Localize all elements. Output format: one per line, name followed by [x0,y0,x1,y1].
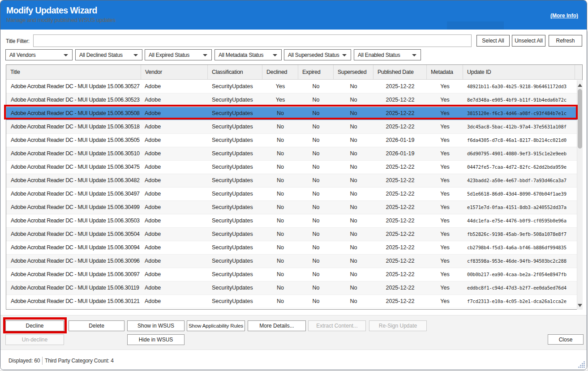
cell-update-id: f7cd2313-e10a-4c05-b2e1-dca26a1cca2e [463,295,575,308]
table-row[interactable]: Adobe Acrobat Reader DC - MUI Update 15.… [6,134,577,147]
scroll-down-icon[interactable] [578,304,582,307]
delete-button[interactable]: Delete [69,320,124,331]
cell-update-id: 00b0b217-ea90-4caa-be2a-2f054e8947fb [463,268,575,281]
cell-published-date: 2025-12-22 [373,161,427,174]
cell-superseded: No [334,188,373,200]
vertical-scrollbar[interactable] [577,80,583,310]
show-in-wsus-button[interactable]: Show in WSUS [127,320,185,331]
chevron-down-icon [273,54,277,56]
filter-dropdown-all-vendors[interactable]: All Vendors [5,49,73,60]
column-header-vendor[interactable]: Vendor [141,65,208,79]
cell-expired: No [298,228,334,241]
table-row[interactable]: Adobe Acrobat Reader DC - MUI Update 15.… [6,201,577,214]
column-header-superseded[interactable]: Superseded [334,65,373,79]
close-button[interactable]: Close [548,334,584,345]
filter-dropdown-all-expired-status[interactable]: All Expired Status [145,49,212,60]
resize-grip-icon[interactable] [578,361,585,368]
cell-update-id: 423badd2-a50e-4e67-bbdf-7a93d46ca3a7 [463,174,575,187]
table-row[interactable]: Adobe Acrobat Reader DC - MUI Update 15.… [6,107,577,120]
cell-published-date: 2025-12-22 [373,80,427,93]
table-row[interactable]: Adobe Acrobat Reader DC - MUI Update 15.… [6,120,577,134]
column-header-metadata[interactable]: Metadata [427,65,463,79]
chevron-down-icon [412,54,416,56]
table-row[interactable]: Adobe Acrobat Reader DC - MUI Update 15.… [6,80,577,94]
table-row[interactable]: Adobe Acrobat Reader DC - MUI Update 15.… [6,281,577,295]
cell-title: Adobe Acrobat Reader DC - MUI Update 15.… [6,80,141,93]
cell-superseded: No [334,241,373,254]
filter-dropdown-all-superseded-status[interactable]: All Superseded Status [284,49,351,60]
cell-declined: No [262,281,298,294]
filter-dropdown-all-metadata-status[interactable]: All Metadata Status [215,49,282,60]
table-row[interactable]: Adobe Acrobat Reader DC - MUI Update 15.… [6,268,577,281]
decline-button[interactable]: Decline [5,320,64,331]
cell-superseded: No [334,295,373,308]
updates-table-body: Adobe Acrobat Reader DC - MUI Update 15.… [6,80,582,310]
cell-declined: No [262,255,298,268]
column-header-declined[interactable]: Declined [262,65,298,79]
cell-classification: SecurityUpdates [208,94,262,107]
cell-superseded: No [334,255,373,268]
more-details-button[interactable]: More Details... [248,320,306,331]
scroll-up-icon[interactable] [578,84,582,87]
table-row[interactable]: Adobe Acrobat Reader DC - MUI Update 15.… [6,214,577,228]
scrollbar-thumb[interactable] [578,89,582,149]
table-row[interactable]: Adobe Acrobat Reader DC - MUI Update 15.… [6,241,577,255]
extract-content-button: Extract Content... [308,320,366,331]
cell-title: Adobe Acrobat Reader DC - MUI Update 15.… [6,107,141,120]
refresh-button[interactable]: Refresh [549,35,582,47]
table-row[interactable]: Adobe Acrobat Reader DC - MUI Update 15.… [6,228,577,241]
more-info-link[interactable]: (More Info) [550,13,578,19]
cell-classification: SecurityUpdates [208,147,262,160]
hide-in-wsus-button[interactable]: Hide in WSUS [127,334,185,345]
table-row[interactable]: Adobe Acrobat Reader DC - MUI Update 15.… [6,94,577,107]
unselect-all-button[interactable]: Unselect All [512,35,545,47]
cell-metadata: Yes [427,281,463,294]
cell-published-date: 2025-12-22 [373,174,427,187]
cell-vendor: Adobe [141,147,208,160]
cell-published-date: 2025-12-22 [373,268,427,281]
cell-metadata: Yes [427,255,463,268]
table-row[interactable]: Adobe Acrobat Reader DC - MUI Update 15.… [6,147,577,161]
column-header-published-date[interactable]: Published Date [373,65,427,79]
cell-superseded: No [334,147,373,160]
cell-update-id: f6da4305-d7c8-46a1-8217-8b214cc021d0 [463,134,575,147]
title-filter-label: Title Filter: [6,38,30,44]
cell-metadata: Yes [427,107,463,120]
table-row[interactable]: Adobe Acrobat Reader DC - MUI Update 15.… [6,174,577,188]
cell-metadata: Yes [427,80,463,93]
cell-vendor: Adobe [141,228,208,241]
cell-expired: No [298,134,334,147]
title-filter-input[interactable] [33,34,472,47]
table-row[interactable]: Adobe Acrobat Reader DC - MUI Update 15.… [6,255,577,268]
cell-superseded: No [334,281,373,294]
table-row[interactable]: Adobe Acrobat Reader DC - MUI Update 15.… [6,295,577,308]
cell-published-date: 2026-01-19 [373,134,427,147]
cell-superseded: No [334,161,373,174]
cell-update-id: 44dc1efa-e75e-4476-b0f9-cf0595b0e96a [463,214,575,227]
cell-expired: No [298,255,334,268]
cell-published-date: 2026-01-19 [373,147,427,160]
column-header-expired[interactable]: Expired [298,65,334,79]
column-header-update-id[interactable]: Update ID [463,65,575,79]
filter-dropdown-all-enabled-status[interactable]: All Enabled Status [354,49,421,60]
cell-published-date: 2025-12-22 [373,201,427,214]
cell-expired: No [298,241,334,254]
cell-title: Adobe Acrobat Reader DC - MUI Update 15.… [6,295,141,308]
cell-declined: No [262,134,298,147]
filter-dropdown-all-declined-status[interactable]: All Declined Status [75,49,142,60]
cell-title: Adobe Acrobat Reader DC - MUI Update 15.… [6,161,141,174]
table-row[interactable]: Adobe Acrobat Reader DC - MUI Update 15.… [6,161,577,174]
status-separator [42,357,43,365]
select-all-button[interactable]: Select All [476,35,510,47]
chevron-down-icon [203,54,207,56]
column-header-classification[interactable]: Classification [208,65,262,79]
column-header-title[interactable]: Title [6,65,141,79]
cell-update-id: 3dc45ac8-5bac-412b-97a4-37e5631a108f [463,120,575,133]
show-applicability-rules-button[interactable]: Show Applicability Rules [187,320,245,331]
updates-table: TitleVendorClassificationDeclinedExpired… [6,64,583,310]
table-row[interactable]: Adobe Acrobat Reader DC - MUI Update 15.… [6,188,577,201]
cell-expired: No [298,188,334,200]
window-frame: Modify Updates Wizard Manage and modify … [0,0,587,370]
cell-classification: SecurityUpdates [208,107,262,120]
cell-metadata: Yes [427,134,463,147]
